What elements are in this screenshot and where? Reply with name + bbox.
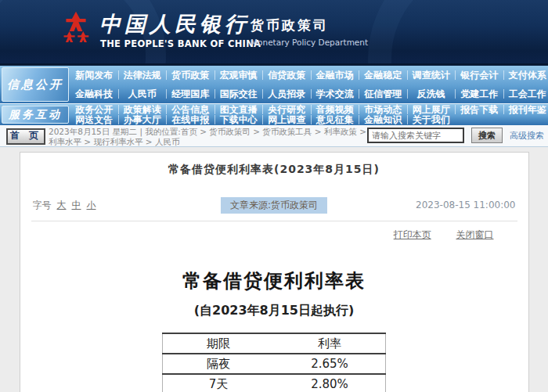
nav-item[interactable]: 报刊年鉴 [503, 105, 548, 114]
breadcrumb: 2023年8月15日 星期二 | 我的位置:首页 > 货币政策司 > 货币政策工… [49, 127, 370, 146]
nav-item[interactable]: 公告信息 [166, 105, 215, 114]
search-area: 搜索 高级搜索 [367, 128, 544, 143]
print-page-link[interactable]: 打印本页 [394, 229, 431, 240]
article-meta-row: 字号 大 中 小 文章来源:货币政策司 2023-08-15 11:00:00 [20, 197, 528, 213]
site-header: 中国人民银行 THE PEOPLE'S BANK OF CHINA 货币政策司 … [0, 0, 548, 65]
nav-item[interactable]: 人民币 [118, 89, 167, 99]
print-row: 打印本页 关闭窗口 [20, 228, 528, 242]
nav-item[interactable]: 音频视频 [311, 105, 359, 114]
breadcrumb-bar: 首 页 2023年8月15日 星期二 | 我的位置:首页 > 货币政策司 > 货… [0, 125, 548, 147]
nav-item[interactable]: 下载中心 [215, 115, 263, 124]
nav-item[interactable]: 意见征集 [311, 115, 359, 124]
nav-item[interactable]: 信贷政策 [262, 70, 311, 80]
search-input[interactable] [367, 128, 464, 143]
rate-cell: 2.80% [274, 374, 386, 392]
nav-item[interactable]: 网送文告 [70, 115, 118, 124]
rate-table: 期限 利率 隔夜 2.65% 7天 2.80% 1个月 3.15% [162, 333, 386, 392]
table-row: 7天 2.80% [163, 374, 386, 392]
nav-group-service-interaction: 服务互动 政务公开 政策解读 公告信息 图文直播 央行研究 音频视频 市场动态 … [0, 103, 548, 125]
nav-row-4: 网送文告 办事大厅 在线申报 下载中心 网上调查 意见征集 金融知识 关于我们 [70, 115, 548, 126]
nav-item[interactable]: 法律法规 [118, 70, 167, 80]
term-cell: 7天 [163, 374, 275, 392]
nav-item[interactable]: 征信管理 [359, 89, 407, 99]
nav-item[interactable]: 银行会计 [455, 70, 503, 80]
nav-item[interactable]: 反洗钱 [407, 89, 456, 99]
term-cell: 隔夜 [163, 354, 275, 374]
nav-item[interactable]: 央行研究 [262, 105, 311, 114]
location-label: 我的位置: [145, 127, 181, 136]
nav-item[interactable]: 学术交流 [311, 89, 359, 99]
article-source: 文章来源:货币政策司 [221, 197, 327, 214]
home-button[interactable]: 首 页 [6, 128, 45, 145]
nav-items-service: 政务公开 政策解读 公告信息 图文直播 央行研究 音频视频 市场动态 网上展厅 … [70, 104, 548, 125]
main-nav: 信息公开 新闻发布 法律法规 货币政策 宏观审慎 信贷政策 金融市场 金融稳定 … [0, 65, 548, 125]
nav-item[interactable]: 金融市场 [311, 70, 359, 80]
nav-row-3: 政务公开 政策解读 公告信息 图文直播 央行研究 音频视频 市场动态 网上展厅 … [70, 104, 548, 115]
nav-item[interactable]: 市场动态 [359, 105, 407, 114]
department-name-en: Monetary Policy Department [251, 38, 368, 47]
nav-item[interactable]: 金融稳定 [359, 70, 407, 80]
column-header-rate: 利率 [274, 333, 386, 354]
nav-row-2: 金融科技 人民币 经理国库 国际交往 人员招录 学术交流 征信管理 反洗钱 党建… [70, 85, 548, 103]
nav-item[interactable]: 图文直播 [215, 105, 263, 114]
nav-item[interactable]: 政策解读 [118, 105, 167, 114]
article-timestamp: 2023-08-15 11:00:00 [416, 200, 515, 210]
nav-label-service-interaction: 服务互动 [2, 106, 69, 124]
nav-item[interactable]: 宏观审慎 [215, 70, 263, 80]
nav-item[interactable]: 调查统计 [407, 70, 456, 80]
table-header-row: 期限 利率 [163, 333, 386, 354]
nav-label-info-disclosure: 信息公开 [2, 67, 69, 102]
font-size-control: 字号 大 中 小 [33, 199, 96, 212]
nav-items-info: 新闻发布 法律法规 货币政策 宏观审慎 信贷政策 金融市场 金融稳定 调查统计 … [70, 66, 548, 103]
department-name-cn: 货币政策司 [251, 16, 368, 34]
table-row: 隔夜 2.65% [163, 354, 386, 374]
nav-item[interactable]: 办事大厅 [118, 115, 167, 124]
current-date: 2023年8月15日 星期二 [49, 127, 137, 136]
close-window-link[interactable]: 关闭窗口 [456, 229, 494, 240]
font-size-large-link[interactable]: 大 [57, 199, 67, 212]
rate-cell: 2.65% [274, 354, 386, 374]
nav-item[interactable]: 支付体系 [503, 70, 548, 80]
nav-item[interactable]: 党建工作 [455, 89, 503, 99]
rate-table-subheading: (自2023年8月15日起执行) [20, 303, 528, 319]
nav-item[interactable]: 经理国库 [166, 89, 215, 99]
nav-item[interactable]: 网上展厅 [407, 105, 456, 114]
breadcrumb-separator: | [139, 127, 142, 136]
font-size-label: 字号 [33, 199, 52, 212]
nav-item[interactable]: 货币政策 [166, 70, 215, 80]
rate-table-heading: 常备借贷便利利率表 [20, 268, 528, 293]
search-button[interactable]: 搜索 [471, 128, 503, 143]
nav-item[interactable]: 报告下载 [455, 105, 503, 114]
nav-item[interactable]: 工会工作 [503, 89, 548, 99]
nav-item[interactable]: 政务公开 [70, 105, 118, 114]
meta-divider [31, 221, 517, 221]
nav-item[interactable]: 在线申报 [166, 115, 215, 124]
department-block: 货币政策司 Monetary Policy Department [251, 16, 368, 47]
font-size-medium-link[interactable]: 中 [72, 199, 81, 212]
nav-item[interactable]: 国际交往 [215, 89, 263, 99]
nav-row-1: 新闻发布 法律法规 货币政策 宏观审慎 信贷政策 金融市场 金融稳定 调查统计 … [70, 66, 548, 85]
nav-item[interactable]: 金融科技 [70, 89, 118, 99]
content-panel: 常备借贷便利利率表(2023年8月15日) 字号 大 中 小 文章来源:货币政策… [20, 152, 529, 392]
nav-item[interactable]: 新闻发布 [70, 70, 118, 80]
nav-item[interactable]: 网上调查 [262, 115, 311, 124]
pboc-emblem-icon [59, 10, 92, 52]
advanced-search-link[interactable]: 高级搜索 [510, 130, 544, 142]
article-title: 常备借贷便利利率表(2023年8月15日) [20, 163, 528, 177]
nav-item[interactable]: 人员招录 [262, 89, 311, 99]
nav-item[interactable]: 关于我们 [407, 115, 456, 124]
nav-item[interactable]: 金融知识 [359, 115, 407, 124]
nav-group-info-disclosure: 信息公开 新闻发布 法律法规 货币政策 宏观审慎 信贷政策 金融市场 金融稳定 … [0, 65, 548, 103]
column-header-term: 期限 [163, 333, 275, 354]
bank-name-en: THE PEOPLE'S BANK OF CHINA [100, 38, 261, 49]
page-body: 常备借贷便利利率表(2023年8月15日) 字号 大 中 小 文章来源:货币政策… [0, 147, 548, 392]
bank-name-cn: 中国人民银行 [99, 10, 250, 38]
font-size-small-link[interactable]: 小 [87, 199, 96, 212]
